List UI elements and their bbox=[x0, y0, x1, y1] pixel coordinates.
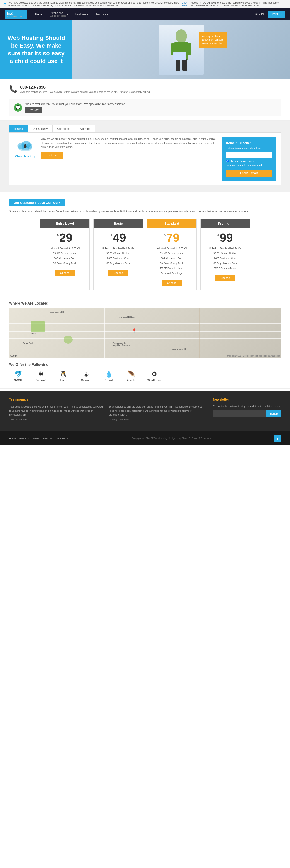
pricing-card-entry: Entry Level $ 29 Unlimited Bandwidth & T… bbox=[40, 219, 90, 290]
check-domain-button[interactable]: Check Domain bbox=[226, 170, 272, 177]
newsletter-signup-button[interactable]: Signup bbox=[266, 410, 281, 417]
pricing-body-premium: $ 99 Unlimited Bandwidth & Traffic 99.9%… bbox=[201, 228, 250, 285]
hosting-tabs: Hosting Our Security Our Speed Affiliate… bbox=[9, 125, 281, 132]
ext-info: .info bbox=[242, 164, 246, 166]
check-all-checkbox[interactable] bbox=[226, 160, 228, 162]
domain-input[interactable] bbox=[226, 152, 272, 158]
nav-item-tutorials[interactable]: Tutorials ▾ bbox=[92, 9, 112, 19]
read-more-button[interactable]: Read more bbox=[41, 152, 64, 159]
pricing-body-basic: $ 49 Unlimited Bandwidth & Traffic 99.9%… bbox=[94, 228, 143, 280]
newsletter-form: Signup bbox=[213, 410, 281, 417]
map-google-label: Google bbox=[10, 354, 17, 357]
feature-basic-0: Unlimited Bandwidth & Traffic bbox=[96, 246, 140, 251]
map-label-1: Washington DC bbox=[50, 311, 64, 313]
ext-edu: .edu bbox=[236, 164, 241, 166]
tech-logo-apache: 🪶 Apache bbox=[122, 370, 141, 381]
tech-logo-mysql: 🐬 MySQL bbox=[9, 370, 27, 381]
feature-entry-2: 24/7 Customer Care bbox=[43, 256, 87, 261]
hero-person-image bbox=[158, 25, 204, 75]
feature-basic-3: 30 Days Money Back bbox=[96, 261, 140, 266]
pricing-grid: Entry Level $ 29 Unlimited Bandwidth & T… bbox=[9, 219, 281, 290]
map-pin: 📍 bbox=[132, 328, 137, 334]
newsletter-email-input[interactable] bbox=[213, 410, 266, 417]
feature-premium-4: FREE Domain Name bbox=[203, 266, 247, 271]
customers-badge: Our Customers Love Our Work bbox=[9, 199, 65, 206]
mysql-icon: 🐬 bbox=[14, 370, 22, 378]
map-container[interactable]: 📍 Washington DC Hero Local Editour Scott… bbox=[9, 308, 281, 358]
tab-speed[interactable]: Our Speed bbox=[52, 125, 75, 132]
person-svg bbox=[168, 27, 195, 72]
joomla-icon: ✱ bbox=[38, 370, 43, 378]
tech-logo-joomla: ✱ Joomla! bbox=[32, 370, 50, 381]
tab-hosting[interactable]: Hosting bbox=[9, 125, 28, 132]
customers-section: Our Customers Love Our Work Share an ide… bbox=[0, 192, 290, 297]
contact-bar: 📞 800-123-7896 Available by phone, email… bbox=[0, 79, 290, 99]
ie-notice-suffix: (opens in new window) to enable the resp… bbox=[190, 1, 287, 7]
map-label-2: Hero Local Editour bbox=[118, 316, 135, 318]
feature-premium-2: 24/7 Customer Care bbox=[203, 256, 247, 261]
chevron-down-icon-2: ▾ bbox=[87, 13, 88, 16]
map-background: 📍 Washington DC Hero Local Editour Scott… bbox=[9, 308, 281, 358]
phone-section: 📞 800-123-7896 Available by phone, email… bbox=[9, 85, 150, 93]
nav-sub-extensions: Sub Text Possible bbox=[49, 15, 66, 17]
joomla-label: Joomla! bbox=[36, 379, 45, 381]
nav-item-home[interactable]: Home bbox=[32, 9, 46, 19]
price-entry: $ 29 bbox=[43, 232, 87, 244]
footer-nav-terms[interactable]: Site Terms bbox=[57, 437, 68, 440]
choose-button-standard[interactable]: Choose bbox=[161, 280, 182, 286]
price-dollar-basic: $ bbox=[111, 233, 112, 237]
domain-extensions: .com .net .edu .info .org .co.uk .edu bbox=[226, 164, 272, 166]
price-premium: $ 99 bbox=[203, 232, 247, 244]
magento-icon: ◈ bbox=[83, 370, 88, 378]
price-amount-premium: 99 bbox=[220, 232, 233, 244]
magento-label: Magento bbox=[81, 379, 91, 381]
signin-button[interactable]: SIGN IN bbox=[251, 11, 267, 17]
price-dollar-standard: $ bbox=[164, 233, 166, 237]
choose-button-premium[interactable]: Choose bbox=[215, 275, 235, 281]
price-dollar-premium: $ bbox=[217, 233, 219, 237]
price-dollar-entry: $ bbox=[57, 233, 59, 237]
logo[interactable]: EZ WEB HOSTING bbox=[4, 9, 27, 19]
nav-item-features[interactable]: Features ▾ bbox=[72, 9, 92, 19]
footer-nav-about[interactable]: About Us bbox=[19, 437, 30, 440]
footer-nav-home[interactable]: Home bbox=[9, 437, 15, 440]
footer-nav-news[interactable]: News bbox=[33, 437, 40, 440]
feature-premium-0: Unlimited Bandwidth & Traffic bbox=[203, 246, 247, 251]
map-label-3: Scott bbox=[31, 332, 36, 335]
pricing-features-basic: Unlimited Bandwidth & Traffic 99.9% Serv… bbox=[96, 246, 140, 266]
live-chat-button[interactable]: Live Chat bbox=[25, 107, 42, 113]
price-amount-standard: 79 bbox=[166, 232, 179, 244]
header: EZ WEB HOSTING Home Extensions Sub Text … bbox=[0, 8, 290, 20]
ie-notice-link[interactable]: Click Here bbox=[182, 1, 189, 7]
footer-newsletter-col: Newsletter Fill out the below form to st… bbox=[213, 398, 281, 425]
pricing-card-standard: Standard $ 79 Unlimited Bandwidth & Traf… bbox=[147, 219, 197, 290]
footer-copyright: Copyright © 2014. EZ Web Hosting. Design… bbox=[132, 437, 211, 439]
tab-security[interactable]: Our Security bbox=[28, 125, 52, 132]
hosting-section: Hosting Our Security Our Speed Affiliate… bbox=[0, 121, 290, 192]
feature-standard-5: Personal Concierge bbox=[150, 271, 194, 276]
logo-text: EZ bbox=[7, 10, 13, 16]
check-all-domain-types: Check All Domain Types bbox=[226, 160, 272, 162]
tab-affiliates[interactable]: Affiliates bbox=[75, 125, 95, 132]
map-label-6: Washington DC bbox=[172, 348, 186, 350]
pricing-card-premium: Premium $ 99 Unlimited Bandwidth & Traff… bbox=[200, 219, 250, 290]
apache-icon: 🪶 bbox=[128, 370, 136, 378]
choose-button-entry[interactable]: Choose bbox=[55, 270, 75, 276]
pricing-header-standard: Standard bbox=[147, 219, 196, 228]
chat-description: We are available 24/7 to answer your que… bbox=[25, 102, 126, 106]
hero-left: Web Hosting Should be Easy. We make sure… bbox=[0, 20, 73, 79]
pricing-header-basic: Basic bbox=[94, 219, 143, 228]
scroll-to-top-button[interactable]: ▲ bbox=[274, 435, 281, 442]
hero-image bbox=[73, 20, 290, 79]
tech-logo-magento: ◈ Magento bbox=[77, 370, 95, 381]
tech-logo-wordpress: ⚙ WordPress bbox=[145, 370, 163, 381]
footer-nav-featured[interactable]: Featured bbox=[43, 437, 53, 440]
choose-button-basic[interactable]: Choose bbox=[108, 270, 128, 276]
testimonial-item-1: Your assistance and the style with grace… bbox=[109, 405, 204, 421]
map-section: Where We Are Located: 📍 Washington DC He… bbox=[0, 297, 290, 358]
join-button[interactable]: JOIN US bbox=[268, 11, 286, 18]
feature-standard-2: 24/7 Customer Care bbox=[150, 256, 194, 261]
nav-item-extensions[interactable]: Extensions Sub Text Possible ▾ bbox=[46, 8, 72, 21]
cloud-hosting-icon-section: Cloud Hosting bbox=[14, 137, 36, 181]
nav-label-home: Home bbox=[35, 13, 42, 16]
